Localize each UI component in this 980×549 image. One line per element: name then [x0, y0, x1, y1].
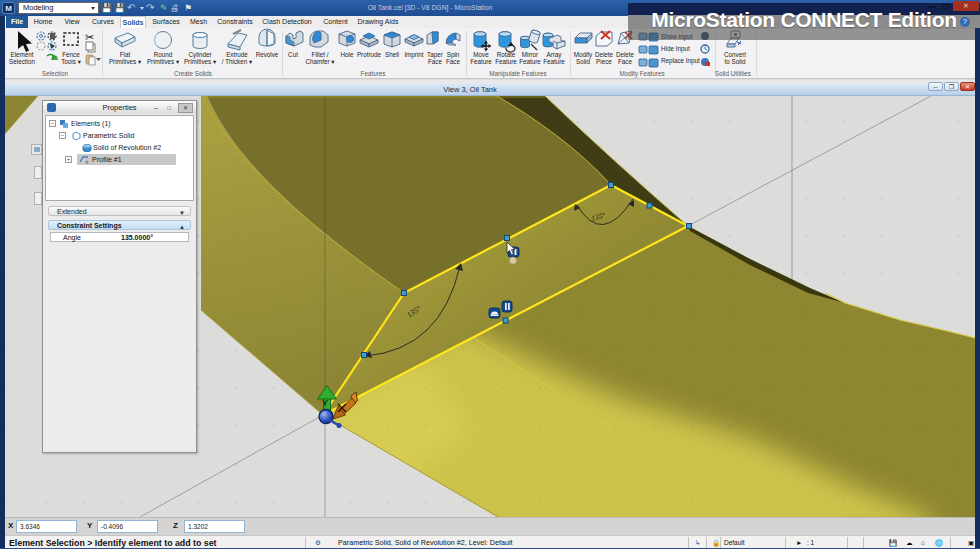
svg-text:✂: ✂ [85, 31, 94, 43]
svg-text:Y: Y [322, 398, 328, 408]
